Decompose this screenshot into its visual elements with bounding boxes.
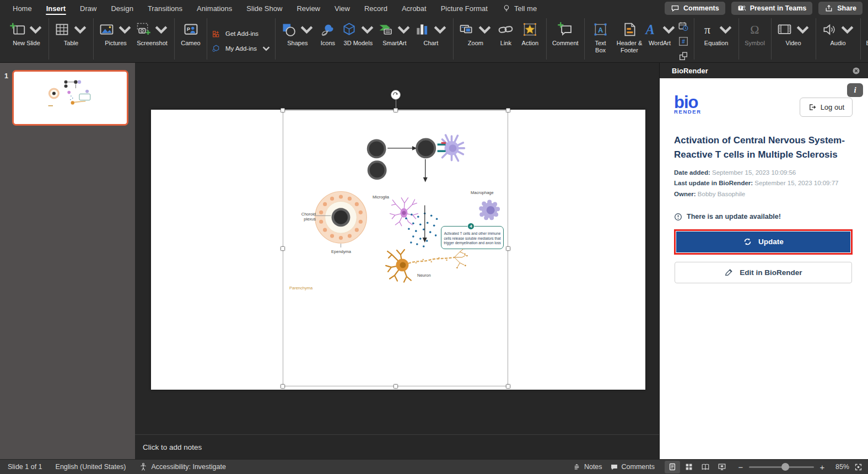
ribbon-button-new-slide[interactable]: New Slide — [8, 19, 45, 47]
slideshow-icon — [718, 462, 726, 471]
logout-label: Log out — [821, 103, 844, 111]
ribbon-button-cameo[interactable]: PCameo — [179, 19, 203, 47]
document-title: Activation of Central Nervous System-Rea… — [674, 133, 853, 163]
ribbon-button-insert-object[interactable] — [677, 50, 690, 63]
notes-area[interactable]: Click to add notes — [135, 434, 659, 459]
ribbon-button-shapes[interactable]: Shapes — [279, 19, 316, 47]
selection-handle-bottom-middle[interactable] — [393, 384, 398, 389]
update-button[interactable]: Update — [676, 231, 850, 252]
status-english-united-states[interactable]: English (United States) — [56, 463, 126, 471]
ribbon-group: AText BoxHeader & FooterAWordArt# — [584, 18, 694, 60]
menu-tab-home[interactable]: Home — [6, 0, 39, 17]
selection-handle-middle-right[interactable] — [506, 246, 510, 251]
ribbon-button-audio[interactable]: Audio — [820, 19, 856, 47]
zoom-slider-thumb[interactable] — [781, 463, 789, 471]
edit-in-biorender-button[interactable]: Edit in BioRender — [675, 262, 852, 283]
selection-handle-bottom-left[interactable] — [281, 384, 285, 389]
menu-tab-acrobat[interactable]: Acrobat — [395, 0, 434, 17]
zoom-slider[interactable] — [749, 466, 814, 468]
selection-handle-bottom-right[interactable] — [506, 384, 510, 389]
svg-text:π: π — [704, 23, 710, 36]
menu-tab-label: Review — [296, 4, 320, 13]
menu-tab-label: View — [335, 4, 350, 13]
ribbon-button-label: New Slide — [13, 40, 40, 47]
shapes-icon — [280, 21, 297, 38]
menu-tab-label: Transitions — [148, 4, 182, 13]
menu-tab-insert[interactable]: Insert — [39, 0, 73, 17]
ribbon-button-biorender[interactable]: bioRENDERBioRender — [865, 19, 868, 47]
menu-tab-draw[interactable]: Draw — [73, 0, 104, 17]
info-button[interactable]: i — [847, 83, 863, 97]
present-in-teams-button[interactable]: TPresent in Teams — [731, 2, 813, 15]
ribbon-button-screenshot[interactable]: Screenshot — [134, 19, 170, 47]
ribbon-button-symbol[interactable]: ΩSymbol — [743, 19, 767, 47]
ribbon-button-3d-models[interactable]: 3D Models — [340, 19, 376, 47]
share-button[interactable]: Share — [818, 2, 862, 15]
status-item-label: Accessibility: Investigate — [151, 463, 225, 471]
menu-tab-picture-format[interactable]: Picture Format — [434, 0, 495, 17]
ribbon-button-action[interactable]: Action — [518, 19, 542, 47]
ribbon-button-pictures[interactable]: Pictures — [98, 19, 134, 47]
menu-tab-view[interactable]: View — [327, 0, 357, 17]
ribbon-button-link[interactable]: Link — [494, 19, 518, 47]
selection-handle-top-right[interactable] — [506, 108, 510, 112]
selection-handle-top-left[interactable] — [281, 108, 285, 112]
menu-tab-animations[interactable]: Animations — [190, 0, 239, 17]
fit-to-window-button[interactable] — [854, 463, 862, 471]
ribbon-button-date-and-time[interactable] — [677, 20, 690, 33]
zoom-in-button[interactable]: + — [819, 462, 826, 472]
diagram-label-choroid-plexus: Choroid plexus — [289, 212, 316, 222]
diagram-label-microglia: Microglia — [373, 195, 389, 200]
slideshow-view-button[interactable] — [714, 461, 730, 473]
status-slide-1-of-1[interactable]: Slide 1 of 1 — [8, 463, 42, 471]
ribbon-button-text-box[interactable]: AText Box — [589, 19, 613, 54]
ribbon-button-zoom[interactable]: Zoom — [457, 19, 494, 47]
slide-thumbnail-preview — [14, 72, 127, 124]
ribbon-button-table[interactable]: Table — [53, 19, 89, 47]
ribbon-button-slide-number[interactable]: # — [677, 35, 690, 48]
slide-thumbnail[interactable] — [12, 70, 128, 126]
ribbon-button-my-add-ins[interactable]: My Add-ins — [211, 44, 271, 53]
ribbon-button-comment[interactable]: Comment — [551, 19, 580, 47]
menu-tab-design[interactable]: Design — [104, 0, 140, 17]
comments-button[interactable]: Comments — [665, 2, 725, 15]
reading-view-button[interactable] — [698, 461, 713, 473]
menu-tab-transitions[interactable]: Transitions — [141, 0, 190, 17]
status-accessibility-investigate[interactable]: Accessibility: Investigate — [139, 462, 225, 471]
audio-icon — [821, 21, 838, 38]
ribbon-group: πEquation — [694, 18, 738, 60]
panel-close-button[interactable] — [852, 67, 860, 75]
rotation-handle[interactable] — [391, 90, 401, 100]
normal-view-button[interactable] — [665, 461, 680, 473]
menu-right-buttons: CommentsTPresent in TeamsShare — [665, 2, 862, 15]
document-meta: Date added: September 15, 2023 10:09:56L… — [674, 168, 853, 200]
menu-tab-tell-me[interactable]: Tell me — [495, 0, 544, 17]
ribbon-button-chart[interactable]: Chart — [413, 19, 449, 47]
menu-tab-slide-show[interactable]: Slide Show — [239, 0, 289, 17]
chev-icon — [660, 21, 677, 38]
meta-label: Last update in BioRender: — [674, 180, 753, 186]
slide-canvas[interactable]: Choroid plexus Ependyma Microglia Macrop… — [151, 110, 645, 390]
zoom-out-button[interactable]: − — [737, 462, 744, 472]
selected-image-frame[interactable]: Choroid plexus Ependyma Microglia Macrop… — [283, 110, 508, 386]
chev-icon — [476, 21, 493, 38]
ribbon-button-icons[interactable]: Icons — [316, 19, 340, 47]
menu-tab-review[interactable]: Review — [289, 0, 327, 17]
notes-toggle-button[interactable]: Notes — [573, 463, 602, 471]
slide-sorter-view-button[interactable] — [681, 461, 697, 473]
ribbon-button-video[interactable]: Video — [775, 19, 812, 47]
meta-label: Owner: — [674, 191, 696, 197]
selection-handle-top-middle[interactable] — [393, 108, 398, 112]
selection-handle-middle-left[interactable] — [281, 246, 285, 251]
ribbon-button-header-footer[interactable]: Header & Footer — [613, 19, 646, 54]
menu-tab-record[interactable]: Record — [357, 0, 395, 17]
comment-bubble-icon — [671, 4, 680, 13]
logout-button[interactable]: Log out — [800, 98, 853, 117]
ribbon-button-smartart[interactable]: SmartArt — [376, 19, 413, 47]
ribbon-button-get-add-ins[interactable]: Get Add-ins — [211, 29, 258, 39]
ribbon-button-equation[interactable]: πEquation — [698, 19, 735, 47]
zoom-level: 85% — [831, 463, 849, 471]
comments-toggle-button[interactable]: Comments — [610, 463, 655, 471]
ribbon-button-wordart[interactable]: AWordArt — [646, 19, 673, 47]
menu-tab-label: Draw — [80, 4, 96, 13]
